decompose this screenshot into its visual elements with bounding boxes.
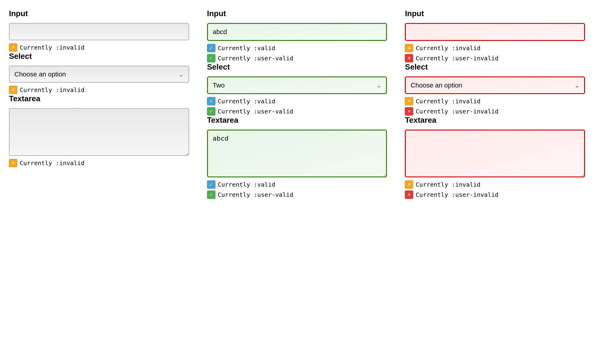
status-item: ✓ Currently :user-valid [207,54,387,62]
cell-textarea-default: Textarea ✕ Currently :invalid [9,94,189,167]
status-text: Currently :invalid [20,86,85,93]
cell-select-valid: Select Choose an option One Two Three ⌄ … [207,62,387,116]
column-default: Input ✕ Currently :invalid Select Choose… [9,9,189,199]
input-invalid-red[interactable] [405,23,585,41]
status-item: ✕ Currently :invalid [405,180,585,189]
blue-check-icon: ✓ [207,180,215,189]
status-item: ✓ Currently :valid [207,44,387,52]
status-item: ✓ Currently :user-valid [207,191,387,199]
status-item: ✕ Currently :invalid [405,97,585,105]
status-text: Currently :invalid [416,44,480,52]
status-list-textarea-valid: ✓ Currently :valid ✓ Currently :user-val… [207,180,387,199]
status-text: Currently :invalid [416,98,480,105]
textarea-invalid-red[interactable] [405,130,585,177]
cell-select-default: Select Choose an option One Two Three ⌄ … [9,52,189,94]
status-list-input-default: ✕ Currently :invalid [9,43,189,52]
status-list-select-default: ✕ Currently :invalid [9,86,189,94]
status-item: ✕ Currently :invalid [9,159,189,167]
orange-x-icon: ✕ [9,43,17,52]
cell-input-default: Input ✕ Currently :invalid [9,9,189,52]
status-list-input-valid: ✓ Currently :valid ✓ Currently :user-val… [207,44,387,62]
textarea-label-default: Textarea [9,94,189,103]
select-invalid-red[interactable]: Choose an option One Two Three [405,76,585,94]
input-label-default: Input [9,9,189,18]
red-x-icon: ✕ [405,191,413,199]
orange-x-icon: ✕ [405,44,413,52]
orange-x-icon: ✕ [405,97,413,105]
status-text: Currently :user-invalid [416,108,498,115]
status-text: Currently :invalid [20,44,85,51]
status-item: ✕ Currently :user-invalid [405,191,585,199]
input-default[interactable] [9,23,189,40]
select-wrapper-default: Choose an option One Two Three ⌄ [9,66,189,83]
status-text: Currently :user-valid [218,108,293,115]
input-valid[interactable] [207,23,387,41]
status-item: ✕ Currently :invalid [9,86,189,94]
status-item: ✕ Currently :invalid [9,43,189,52]
red-x-icon: ✕ [405,54,413,62]
blue-check-icon: ✓ [207,97,215,105]
status-text: Currently :valid [218,181,275,188]
green-check-icon: ✓ [207,54,215,62]
input-label-invalid-red: Input [405,9,585,18]
select-label-invalid-red: Select [405,62,585,72]
status-text: Currently :valid [218,98,275,105]
red-x-icon: ✕ [405,107,413,116]
select-default[interactable]: Choose an option One Two Three [9,66,189,83]
cell-textarea-invalid-red: Textarea ✕ Currently :invalid ✕ Currentl… [405,116,585,199]
status-text: Currently :user-invalid [416,55,498,62]
cell-input-valid: Input ✓ Currently :valid ✓ Currently :us… [207,9,387,62]
status-text: Currently :user-valid [218,55,293,62]
blue-check-icon: ✓ [207,44,215,52]
status-item: ✓ Currently :valid [207,180,387,189]
green-check-icon: ✓ [207,107,215,116]
select-label-default: Select [9,52,189,61]
status-text: Currently :valid [218,44,275,52]
status-text: Currently :user-invalid [416,191,498,198]
column-valid: Input ✓ Currently :valid ✓ Currently :us… [207,9,387,199]
cell-select-invalid-red: Select Choose an option One Two Three ⌄ … [405,62,585,116]
status-list-input-invalid-red: ✕ Currently :invalid ✕ Currently :user-i… [405,44,585,62]
textarea-label-invalid-red: Textarea [405,116,585,125]
status-item: ✕ Currently :user-invalid [405,54,585,62]
status-text: Currently :user-valid [218,191,293,198]
status-item: ✓ Currently :user-valid [207,107,387,116]
cell-textarea-valid: Textarea abcd ✓ Currently :valid ✓ Curre… [207,116,387,199]
select-valid[interactable]: Choose an option One Two Three [207,76,387,94]
select-wrapper-invalid-red: Choose an option One Two Three ⌄ [405,76,585,94]
textarea-label-valid: Textarea [207,116,387,125]
select-label-valid: Select [207,62,387,72]
textarea-default[interactable] [9,108,189,156]
status-item: ✓ Currently :valid [207,97,387,105]
status-text: Currently :invalid [416,181,480,188]
green-check-icon: ✓ [207,191,215,199]
select-wrapper-valid: Choose an option One Two Three ⌄ [207,76,387,94]
status-item: ✕ Currently :user-invalid [405,107,585,116]
status-list-select-invalid-red: ✕ Currently :invalid ✕ Currently :user-i… [405,97,585,116]
main-grid: Input ✕ Currently :invalid Select Choose… [9,9,585,199]
column-invalid-red: Input ✕ Currently :invalid ✕ Currently :… [405,9,585,199]
orange-x-icon: ✕ [405,180,413,189]
textarea-valid[interactable]: abcd [207,130,387,177]
status-list-textarea-default: ✕ Currently :invalid [9,159,189,167]
cell-input-invalid-red: Input ✕ Currently :invalid ✕ Currently :… [405,9,585,62]
status-item: ✕ Currently :invalid [405,44,585,52]
status-list-select-valid: ✓ Currently :valid ✓ Currently :user-val… [207,97,387,116]
orange-x-icon: ✕ [9,159,17,167]
input-label-valid: Input [207,9,387,18]
status-text: Currently :invalid [20,159,85,167]
orange-x-icon: ✕ [9,86,17,94]
status-list-textarea-invalid-red: ✕ Currently :invalid ✕ Currently :user-i… [405,180,585,199]
